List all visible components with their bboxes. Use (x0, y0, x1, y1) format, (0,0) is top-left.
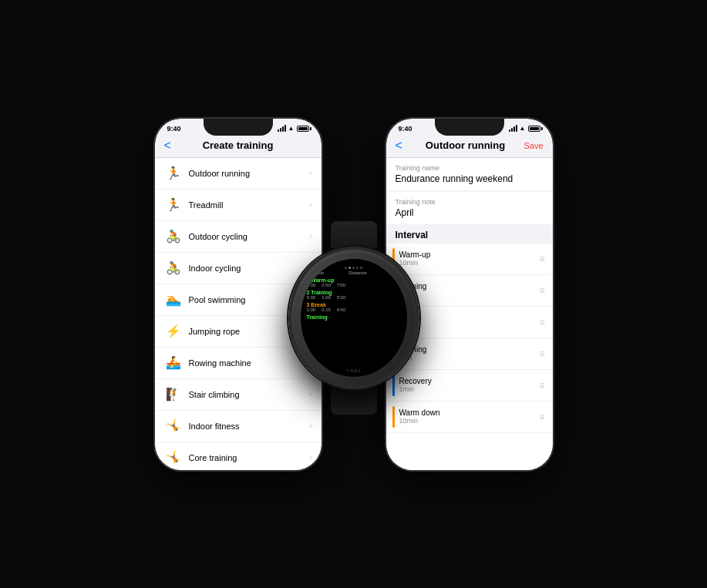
watch-item-1-name: 1 Warm-up (307, 277, 401, 283)
watch-item-1: 1 Warm-up 3:30 0.50 7'00 (307, 277, 401, 287)
back-button-right[interactable]: < (396, 139, 411, 153)
dot-5 (360, 267, 362, 269)
interval-sub: 10min (399, 417, 535, 425)
training-name-section: Training name Endurance running weekend (386, 158, 553, 190)
watch-col-distance: Distance (348, 270, 366, 275)
watch-item-2-stats: 5:30 1.00 5'30 (307, 295, 401, 300)
watch-button-back[interactable] (418, 296, 419, 307)
watch-screen: Duration Distance Avg. 1 Warm-up 3:30 0.… (301, 259, 407, 377)
watch-button-up[interactable] (288, 273, 290, 284)
training-name-label: Training name (396, 164, 544, 172)
dot-1 (345, 267, 347, 269)
notch-left (204, 119, 273, 136)
menu-item-icon: 🏊 (164, 291, 183, 309)
signal-icon-left (278, 125, 286, 132)
watch-item-2-name: 2 Training (307, 290, 401, 295)
drag-handle[interactable]: ≡ (539, 348, 544, 359)
drag-handle[interactable]: ≡ (539, 285, 544, 296)
dot-2 (348, 267, 351, 269)
dot-4 (356, 267, 359, 269)
watch-strap-top (331, 221, 377, 248)
menu-item-label: Outdoor running (189, 169, 304, 178)
nav-title-left: Create training (180, 139, 297, 151)
stat-1-dur: 3:30 (307, 283, 316, 287)
menu-item[interactable]: 🏃 Outdoor running › (155, 158, 322, 190)
menu-chevron: › (309, 422, 311, 430)
battery-icon-left (297, 126, 309, 132)
watch-header: Duration Distance Avg. (307, 270, 401, 275)
nav-bar-right: < Outdoor running Save (386, 136, 553, 157)
training-name-value[interactable]: Endurance running weekend (396, 173, 544, 184)
stat-1-avg: 7'00 (337, 283, 345, 287)
menu-item-label: Treadmill (189, 200, 304, 210)
watch-item-3: 3 Break 1:00 0.15 6'40 (307, 302, 401, 312)
menu-item-label: Indoor fitness (189, 422, 304, 431)
time-left: 9:40 (167, 125, 181, 133)
signal-icon-right (509, 125, 517, 132)
menu-chevron: › (309, 169, 311, 177)
stat-2-dur: 5:30 (307, 295, 316, 300)
menu-item-label: Stair climbing (189, 390, 304, 399)
drag-handle[interactable]: ≡ (539, 412, 544, 422)
menu-item[interactable]: 🏃 Treadmill › (155, 190, 322, 221)
interval-info: Warm down 10min (399, 408, 535, 425)
training-note-section: Training note April (386, 192, 553, 224)
nav-title-right: Outdoor running (411, 139, 520, 151)
interval-accent (392, 406, 395, 428)
status-icons-left: ▲ (278, 125, 309, 132)
menu-item-icon: 🤸 (164, 417, 183, 435)
watch-button-down[interactable] (288, 296, 290, 307)
stat-3-dur: 1:00 (307, 307, 316, 312)
battery-icon-right (528, 126, 540, 132)
menu-item-icon: 🏃 (164, 164, 183, 183)
training-note-label: Training note (396, 198, 544, 206)
watch-dots (307, 267, 401, 269)
nav-bar-left: < Create training (155, 136, 322, 157)
menu-chevron: › (309, 453, 311, 462)
watch-button-sel[interactable] (418, 273, 419, 284)
menu-item-label: Core training (189, 453, 304, 462)
dot-3 (352, 267, 355, 269)
watch-item-4: Training (307, 314, 401, 320)
stat-2-dist: 1.00 (322, 295, 331, 300)
watch: UP DOWN SEL BACK Duration Distance Avg. (277, 221, 431, 391)
watch-brand-label: T-REX (346, 368, 362, 373)
time-right: 9:40 (399, 125, 412, 133)
menu-item-icon: 🚣 (164, 354, 183, 372)
interval-name: Warm down (399, 408, 535, 417)
back-button-left[interactable]: < (164, 139, 180, 153)
interval-item[interactable]: Warm down 10min ≡ (386, 402, 553, 433)
menu-item-icon: 🚴 (164, 259, 183, 277)
menu-item[interactable]: 🤸 Core training › (155, 442, 322, 470)
watch-item-2: 2 Training 5:30 1.00 5'30 (307, 290, 401, 300)
menu-item-icon: ⚡ (164, 322, 183, 341)
stat-1-dist: 0.50 (322, 283, 331, 287)
watch-item-3-stats: 1:00 0.15 6'40 (307, 307, 401, 312)
drag-handle[interactable]: ≡ (539, 317, 544, 328)
watch-body: UP DOWN SEL BACK Duration Distance Avg. (288, 247, 419, 389)
menu-item-icon: 🏃 (164, 196, 183, 214)
watch-strap-bottom (331, 388, 377, 415)
drag-handle[interactable]: ≡ (539, 380, 544, 391)
stat-3-dist: 0.15 (322, 307, 331, 312)
stat-2-avg: 5'30 (337, 295, 345, 300)
watch-item-1-stats: 3:30 0.50 7'00 (307, 283, 401, 287)
menu-item[interactable]: 🤸 Indoor fitness › (155, 411, 322, 442)
scene: 9:40 ▲ < (0, 0, 707, 588)
wifi-icon-right: ▲ (520, 125, 526, 132)
menu-item-icon: 🚴 (164, 227, 183, 246)
notch-right (435, 119, 504, 136)
training-note-value[interactable]: April (396, 207, 544, 218)
wifi-icon-left: ▲ (288, 125, 295, 132)
watch-col-avg: Avg. (392, 270, 401, 275)
save-button[interactable]: Save (520, 141, 544, 150)
menu-chevron: › (309, 200, 311, 209)
stat-3-avg: 6'40 (337, 307, 345, 312)
menu-item-icon: 🤸 (164, 449, 183, 467)
menu-item-icon: 🧗 (164, 385, 183, 404)
watch-item-4-name: Training (307, 314, 401, 320)
drag-handle[interactable]: ≡ (539, 254, 544, 264)
status-icons-right: ▲ (509, 125, 540, 132)
watch-col-duration: Duration (307, 270, 325, 275)
watch-item-3-name: 3 Break (307, 302, 401, 307)
